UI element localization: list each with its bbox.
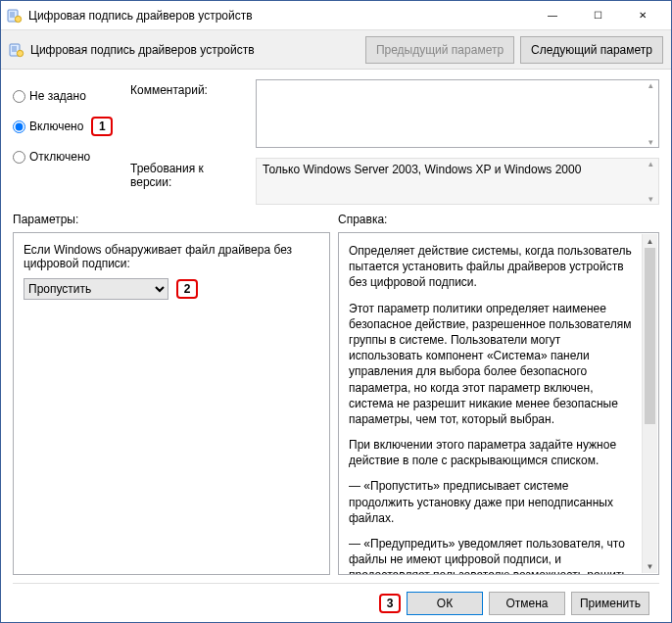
radio-disabled-input[interactable]	[13, 151, 25, 164]
window-title: Цифровая подпись драйверов устройств	[28, 9, 530, 23]
toolbar: Цифровая подпись драйверов устройств Пре…	[1, 30, 671, 70]
window-buttons: — ☐ ✕	[530, 1, 665, 30]
policy-icon	[7, 8, 23, 24]
scroll-up-icon[interactable]: ▲	[643, 234, 657, 248]
help-pane: Определяет действие системы, когда польз…	[338, 232, 659, 575]
radio-not-configured[interactable]: Не задано	[13, 89, 120, 103]
top-row: Не задано Включено 1 Отключено Комментар…	[13, 79, 659, 205]
params-combo-row: Пропустить Предупредить Заблокировать 2	[24, 278, 319, 300]
comment-label: Комментарий:	[130, 79, 248, 97]
help-text: Определяет действие системы, когда польз…	[349, 243, 637, 575]
toolbar-title: Цифровая подпись драйверов устройств	[30, 43, 360, 57]
dialog-window: Цифровая подпись драйверов устройств — ☐…	[0, 0, 672, 623]
radio-enabled[interactable]: Включено 1	[13, 117, 120, 136]
help-p5: — «Предупредить» уведомляет пользователя…	[349, 536, 637, 575]
radio-not-configured-input[interactable]	[13, 90, 25, 103]
params-desc: Если Windows обнаруживает файл драйвера …	[24, 243, 319, 270]
split-panes: Если Windows обнаруживает файл драйвера …	[13, 232, 659, 575]
prev-setting-button[interactable]: Предыдущий параметр	[365, 36, 514, 64]
callout-marker-1: 1	[91, 117, 113, 136]
requirements-box: Только Windows Server 2003, Windows XP и…	[256, 158, 659, 205]
params-section-label: Параметры:	[13, 213, 338, 226]
requirements-value: Только Windows Server 2003, Windows XP и…	[263, 163, 581, 176]
footer: 3 ОК Отмена Применить	[13, 583, 659, 622]
radio-disabled[interactable]: Отключено	[13, 150, 120, 164]
requirements-scrollbar[interactable]: ▴▾	[643, 159, 658, 204]
body: Не задано Включено 1 Отключено Комментар…	[1, 70, 671, 622]
comment-input[interactable]: ▴▾	[256, 79, 659, 148]
comment-scrollbar[interactable]: ▴▾	[643, 80, 658, 147]
apply-button[interactable]: Применить	[571, 592, 649, 615]
action-combo[interactable]: Пропустить Предупредить Заблокировать	[24, 278, 168, 300]
radio-enabled-input[interactable]	[13, 120, 25, 133]
fields: Комментарий: ▴▾ Требования к версии: Тол…	[130, 79, 659, 205]
titlebar: Цифровая подпись драйверов устройств — ☐…	[1, 1, 671, 30]
minimize-button[interactable]: —	[530, 1, 575, 30]
radio-disabled-label: Отключено	[29, 150, 90, 164]
callout-marker-2: 2	[176, 279, 198, 299]
ok-button[interactable]: ОК	[407, 592, 483, 615]
svg-point-9	[17, 50, 23, 56]
section-labels: Параметры: Справка:	[13, 213, 659, 226]
radio-enabled-label: Включено	[29, 120, 83, 133]
close-button[interactable]: ✕	[620, 1, 665, 30]
next-setting-button[interactable]: Следующий параметр	[520, 36, 663, 64]
state-radios: Не задано Включено 1 Отключено	[13, 79, 120, 205]
callout-marker-3: 3	[379, 594, 401, 613]
svg-point-4	[15, 16, 21, 22]
radio-not-configured-label: Не задано	[29, 89, 86, 103]
requirements-label: Требования к версии:	[130, 158, 248, 189]
help-scrollbar[interactable]: ▲ ▼	[642, 234, 657, 573]
maximize-button[interactable]: ☐	[575, 1, 620, 30]
help-section-label: Справка:	[338, 213, 659, 226]
help-p4: — «Пропустить» предписывает системе прод…	[349, 478, 637, 526]
policy-icon	[9, 42, 24, 58]
help-p3: При включении этого параметра задайте ну…	[349, 437, 637, 468]
help-p1: Определяет действие системы, когда польз…	[349, 243, 637, 291]
scroll-thumb[interactable]	[645, 248, 655, 424]
help-p2: Этот параметр политики определяет наимен…	[349, 301, 637, 428]
params-pane: Если Windows обнаруживает файл драйвера …	[13, 232, 330, 575]
scroll-down-icon[interactable]: ▼	[643, 559, 657, 573]
cancel-button[interactable]: Отмена	[489, 592, 565, 615]
